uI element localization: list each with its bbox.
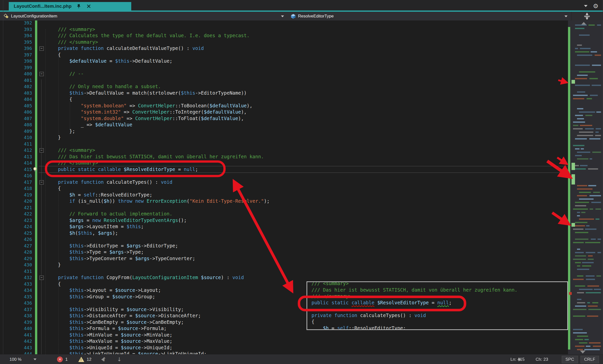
- pin-icon[interactable]: [76, 4, 81, 9]
- code-line: 400 // --: [0, 71, 568, 77]
- breadcrumb-member-dropdown[interactable]: ResolveEditorType: [287, 12, 334, 20]
- code-line: 413 /// Das hier ist bewusst STATISCH, d…: [0, 154, 568, 160]
- code-line: 432 private function CopyFrom(LayoutConf…: [0, 274, 568, 281]
- column-indicator: Ch: 23: [536, 357, 548, 362]
- code-line: 441 $this->MinValue = $source->MinValue;: [0, 332, 568, 338]
- code-line: 395 /// </summary>: [0, 39, 568, 45]
- line-number: 427: [0, 243, 32, 249]
- zoom-level-dropdown[interactable]: 100 %: [10, 357, 36, 362]
- tab-layoutconfigurationitem[interactable]: LayoutConfi...Item.inc.php: [9, 2, 131, 10]
- error-count: 1: [65, 357, 68, 362]
- line-number: 392: [0, 20, 32, 26]
- inset-code-line: $h = self::ResolveEditorType;: [312, 325, 566, 330]
- code-line: 427 $this->EditorType = $args->EditorTyp…: [0, 243, 568, 249]
- fold-collapse-box[interactable]: −: [40, 180, 44, 184]
- line-number: 406: [0, 109, 32, 115]
- code-line: 393 /// <summary>: [0, 26, 568, 33]
- line-number: 408: [0, 122, 32, 128]
- line-number: 398: [0, 58, 32, 64]
- status-bar: 100 % ✕ 1 ! 12 ↑ ↓ Ln: 415 Ch: 23 SPC CR…: [0, 354, 603, 364]
- code-line: 401: [0, 77, 568, 84]
- zoom-level-value: 100 %: [10, 357, 22, 362]
- lightbulb-icon[interactable]: [32, 167, 38, 172]
- class-icon: [4, 13, 9, 19]
- fold-collapse-box[interactable]: −: [40, 46, 44, 51]
- fold-collapse-box[interactable]: −: [40, 72, 44, 76]
- line-number: 405: [0, 103, 32, 109]
- breadcrumb-class-dropdown[interactable]: LayoutConfigurationItem: [11, 14, 57, 19]
- code-line: 409 };: [0, 128, 568, 135]
- line-number: 404: [0, 96, 32, 103]
- chevron-down-icon[interactable]: [281, 15, 284, 17]
- minimap-change-marker: [572, 163, 575, 167]
- method-icon: [290, 13, 296, 19]
- breadcrumb-member-label: ResolveEditorType: [298, 14, 334, 19]
- minimap-scrollbar[interactable]: [568, 20, 603, 354]
- split-editor-button[interactable]: [571, 12, 603, 20]
- code-line: 394 /// Calculates the type of the defau…: [0, 32, 568, 39]
- minimap-change-marker: [572, 174, 575, 178]
- line-number: 432: [0, 274, 32, 281]
- line-number: 441: [0, 332, 32, 338]
- error-icon[interactable]: ✕: [57, 357, 63, 362]
- warning-icon[interactable]: !: [78, 357, 84, 362]
- chevron-down-icon: [34, 359, 36, 360]
- close-icon[interactable]: [86, 4, 91, 8]
- navigate-down-icon[interactable]: ↓: [117, 356, 122, 363]
- code-line: 444 $this->LinkToUniqueId = $source->Lin…: [0, 351, 568, 354]
- code-line: 423 $args = new ResolveEditorTypeEventAr…: [0, 217, 568, 224]
- code-line: 403 $this->DefaultValue = match(strtolow…: [0, 90, 568, 96]
- code-line: 405 "system.boolean" => ConvertHelper::T…: [0, 103, 568, 109]
- chevron-down-icon[interactable]: [564, 15, 568, 17]
- line-number: 423: [0, 217, 32, 224]
- code-line: 410 }: [0, 134, 568, 141]
- code-line: 422 // Forward to actual implementation.: [0, 211, 568, 217]
- line-number: 407: [0, 115, 32, 122]
- code-line: 431: [0, 268, 568, 275]
- code-line: 443 $this->UniqueId = $source->UniqueId;: [0, 345, 568, 351]
- code-line: 408 _ => $defaultValue: [0, 122, 568, 128]
- code-line: 429 $this->TypeConverter = $args->TypeCo…: [0, 255, 568, 262]
- minimap-change-marker: [572, 181, 575, 184]
- code-line: 411: [0, 141, 568, 147]
- window-edge-line: [3, 0, 3, 354]
- line-number: 434: [0, 287, 32, 294]
- code-line: 424 $args->LayoutItem = $this;: [0, 223, 568, 230]
- code-line: 425 $h($this, $args);: [0, 230, 568, 236]
- minimap-change-bar: [568, 27, 570, 350]
- code-line: 392: [0, 20, 568, 26]
- line-number: 409: [0, 128, 32, 135]
- space-mode-button[interactable]: SPC: [562, 356, 578, 363]
- line-number: 439: [0, 319, 32, 326]
- line-number: 433: [0, 281, 32, 287]
- line-number: 431: [0, 268, 32, 275]
- fold-collapse-box[interactable]: −: [40, 148, 44, 153]
- tab-list-chevron-icon[interactable]: [584, 5, 588, 7]
- fold-collapse-box[interactable]: −: [40, 276, 44, 280]
- line-number: 393: [0, 26, 32, 33]
- line-number: 414: [0, 160, 32, 166]
- split-editor-icon: [584, 13, 590, 20]
- line-number: 418: [0, 185, 32, 192]
- line-number: 399: [0, 64, 32, 71]
- window-edge-line: [602, 0, 602, 354]
- line-number: 438: [0, 313, 32, 319]
- code-line: 407 "system.double" => ConvertHelper::To…: [0, 115, 568, 122]
- minimap-change-marker: [572, 80, 575, 84]
- line-number: 395: [0, 39, 32, 45]
- line-number: 442: [0, 338, 32, 345]
- eol-mode-button[interactable]: CRLF: [580, 356, 599, 363]
- line-number: 429: [0, 255, 32, 262]
- line-number: 420: [0, 198, 32, 204]
- code-line: 428 $this->Type = $args->Type;: [0, 249, 568, 255]
- tab-title: LayoutConfi...Item.inc.php: [14, 4, 72, 9]
- hscroll-left-icon[interactable]: [101, 358, 104, 362]
- line-number: 440: [0, 325, 32, 332]
- line-indicator: Ln: 415: [510, 357, 525, 362]
- line-number: 436: [0, 300, 32, 306]
- code-line: 414 /// </summary>: [0, 160, 568, 166]
- inset-code-line: [312, 306, 566, 312]
- scroll-down-icon[interactable]: [580, 351, 586, 354]
- gear-icon[interactable]: ⚙: [593, 3, 598, 8]
- inset-code-line: /// <summary>: [312, 281, 566, 287]
